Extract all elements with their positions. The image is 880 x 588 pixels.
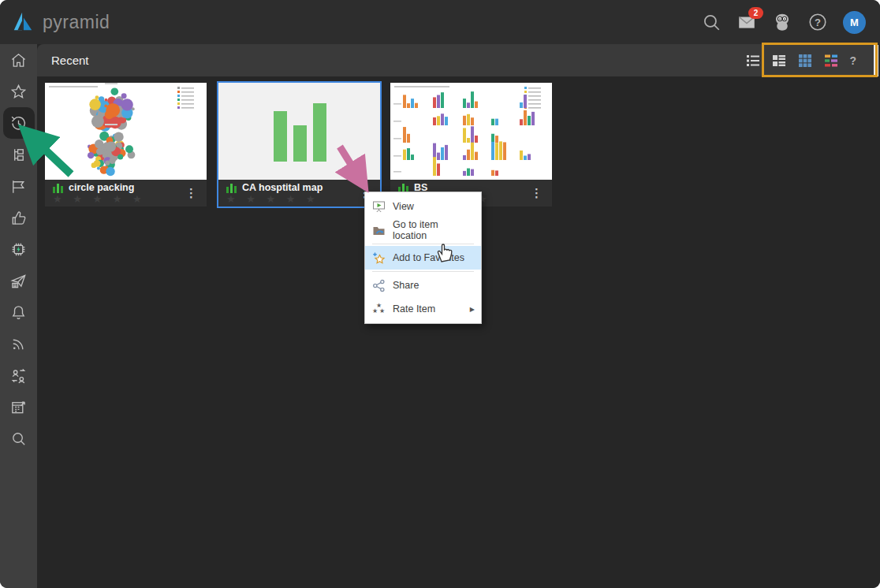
- view-help-icon[interactable]: ?: [849, 54, 856, 67]
- top-bar: pyramid 2: [0, 0, 880, 44]
- detail-list-view-icon[interactable]: [771, 53, 787, 69]
- chart-type-icon: [53, 183, 63, 193]
- tile-footer: circle packing ★ ★ ★ ★ ★ ⋮: [45, 180, 207, 207]
- menu-item-add-to-favorites[interactable]: Add to Favorites: [365, 246, 481, 270]
- app-window: pyramid 2: [0, 0, 880, 588]
- avatar[interactable]: M: [843, 11, 866, 34]
- submenu-arrow-icon: ▶: [470, 306, 475, 313]
- sidebar-item-ai-engine[interactable]: [3, 233, 35, 265]
- sidebar-item-home[interactable]: [3, 44, 35, 76]
- rate-stars-icon: ★ ★ ★: [372, 303, 386, 316]
- tile-circle-packing[interactable]: circle packing ★ ★ ★ ★ ★ ⋮: [45, 83, 207, 207]
- mail-badge: 2: [748, 7, 763, 19]
- menu-item-label: Go to item location: [393, 219, 475, 241]
- assistant-owl-icon[interactable]: [772, 12, 792, 32]
- recent-items-grid: circle packing ★ ★ ★ ★ ★ ⋮ CA hosptital …: [37, 76, 880, 588]
- grid-view-icon[interactable]: [797, 53, 813, 69]
- menu-separator: [372, 271, 474, 272]
- sidebar-item-favorites[interactable]: [3, 76, 35, 107]
- brand-logo: pyramid: [11, 10, 110, 34]
- menu-item-label: View: [393, 201, 414, 212]
- tile-title: CA hosptital map: [242, 182, 323, 193]
- brand-name: pyramid: [43, 12, 110, 33]
- sidebar-item-collaboration[interactable]: [3, 359, 35, 391]
- sidebar-item-history[interactable]: [3, 107, 35, 139]
- chart-type-icon: [226, 183, 237, 193]
- menu-item-share[interactable]: Share: [365, 274, 481, 297]
- page-title: Recent: [51, 54, 89, 67]
- tile-title: circle packing: [69, 182, 134, 193]
- context-menu: View Go to item location Add to Favorite…: [364, 192, 482, 324]
- sidebar-item-publications[interactable]: [3, 265, 35, 296]
- menu-item-go-to-item-location[interactable]: Go to item location: [365, 218, 481, 242]
- scrollbar-thumb[interactable]: [874, 45, 878, 77]
- mail-icon[interactable]: 2: [736, 12, 757, 32]
- sidebar-item-flagged[interactable]: [3, 170, 35, 202]
- page-header: Recent ?: [37, 44, 874, 76]
- menu-item-label: Share: [393, 280, 419, 291]
- rating-stars[interactable]: ★ ★ ★ ★ ★: [218, 193, 380, 204]
- view-mode-icons: ?: [745, 53, 856, 69]
- tile-menu-trigger[interactable]: ⋮: [531, 188, 543, 199]
- menu-item-view[interactable]: View: [365, 195, 481, 218]
- sidebar-item-notifications[interactable]: [3, 296, 35, 328]
- star-glyph: ★: [372, 308, 378, 314]
- tile-footer: CA hosptital map ★ ★ ★ ★ ★ ⋮: [218, 180, 380, 207]
- help-icon[interactable]: ?: [807, 12, 828, 32]
- pyramid-logo-icon: [11, 10, 35, 34]
- sidebar-item-search[interactable]: [3, 422, 35, 454]
- sidebar-item-subscriptions[interactable]: [3, 328, 35, 359]
- tile-menu-trigger[interactable]: ⋮: [185, 188, 197, 199]
- star-glyph: ★: [379, 308, 385, 314]
- sidebar-item-recommended[interactable]: [3, 202, 35, 233]
- view-slide-icon: [372, 200, 386, 214]
- tile-thumbnail: [218, 83, 380, 180]
- star-plus-icon: [372, 251, 386, 265]
- menu-item-label: Add to Favorites: [393, 252, 464, 263]
- search-icon[interactable]: [701, 12, 722, 32]
- tile-thumbnail: [45, 83, 207, 180]
- tile-ca-hosptital-map[interactable]: CA hosptital map ★ ★ ★ ★ ★ ⋮: [218, 83, 380, 207]
- menu-item-label: Rate Item: [393, 303, 435, 314]
- sidebar-item-content-explorer[interactable]: [3, 139, 35, 170]
- sidebar: [0, 44, 37, 588]
- help-glyph: ?: [807, 12, 828, 32]
- rating-stars[interactable]: ★ ★ ★ ★ ★: [45, 193, 207, 204]
- menu-item-rate-item[interactable]: ★ ★ ★ Rate Item ▶: [365, 297, 481, 321]
- share-nodes-icon: [372, 279, 386, 292]
- folder-goto-icon: [372, 224, 386, 237]
- tile-view-icon[interactable]: [823, 53, 839, 69]
- list-view-icon[interactable]: [745, 53, 761, 69]
- sidebar-item-schedules[interactable]: [3, 391, 35, 422]
- topbar-actions: 2 ? M: [701, 11, 866, 34]
- tile-thumbnail: [390, 83, 552, 180]
- tile-bs[interactable]: BS ★ ★ ★ ★ ★ ⋮: [390, 83, 552, 207]
- menu-separator: [372, 244, 474, 244]
